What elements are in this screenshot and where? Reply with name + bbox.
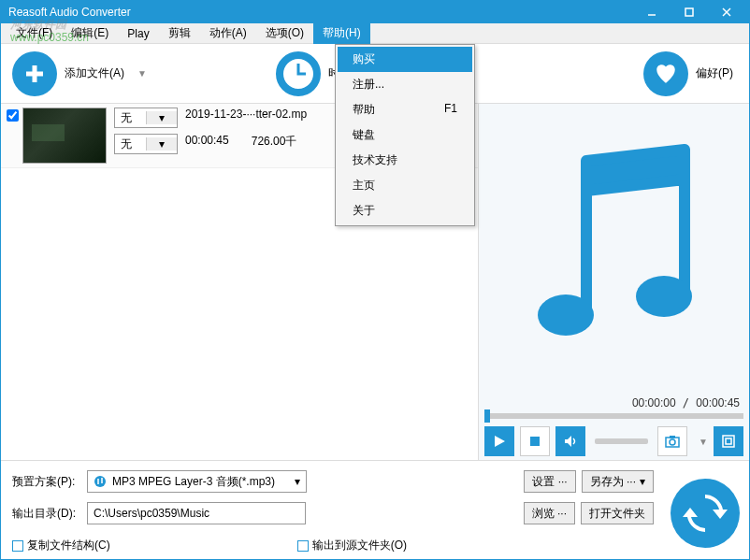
- preferences-button[interactable]: 偏好(P): [643, 51, 733, 96]
- preview-area: [479, 104, 749, 395]
- svg-point-10: [670, 439, 675, 445]
- file-name: 2019-11-23-···tter-02.mp: [185, 108, 307, 121]
- preset-label: 预置方案(P):: [12, 474, 81, 490]
- file-size: 726.00千: [252, 134, 297, 150]
- svg-rect-1: [685, 8, 693, 16]
- plus-icon: [12, 51, 57, 96]
- chevron-down-icon: ▾: [295, 475, 300, 488]
- svg-rect-12: [723, 436, 734, 447]
- menu-play[interactable]: Play: [118, 24, 158, 43]
- help-help[interactable]: 帮助F1: [338, 97, 472, 122]
- help-support[interactable]: 技术支持: [338, 148, 472, 173]
- add-file-button[interactable]: 添加文件(A) ▼: [12, 51, 147, 96]
- output-source-checkbox[interactable]: 输出到源文件夹(O): [297, 538, 407, 553]
- minimize-button[interactable]: [633, 3, 671, 22]
- titlebar: Reasoft Audio Converter: [1, 1, 749, 23]
- combo-2[interactable]: 无▾: [114, 134, 178, 154]
- checkbox-icon: [12, 540, 23, 552]
- preset-row: 预置方案(P): MP3 MPEG Layer-3 音频(*.mp3) ▾ 设置…: [12, 470, 738, 493]
- menu-edit[interactable]: 编辑(E): [62, 22, 118, 44]
- play-button[interactable]: [484, 426, 514, 456]
- preferences-label: 偏好(P): [696, 65, 733, 81]
- help-register[interactable]: 注册...: [338, 72, 472, 97]
- player-controls: ▼: [479, 423, 749, 460]
- window-title: Reasoft Audio Converter: [5, 6, 633, 19]
- file-thumbnail: [22, 108, 107, 164]
- chevron-down-icon: ▼: [137, 68, 147, 79]
- time-button[interactable]: 时: [276, 51, 339, 96]
- settings-button[interactable]: 设置 ···: [524, 470, 575, 493]
- help-buy[interactable]: 购买: [338, 47, 472, 72]
- close-button[interactable]: [708, 3, 745, 22]
- combo-1[interactable]: 无▾: [114, 108, 178, 128]
- volume-button[interactable]: [555, 426, 585, 456]
- heart-icon: [643, 51, 688, 96]
- menu-clip[interactable]: 剪辑: [159, 22, 200, 44]
- file-duration: 00:00:45: [185, 134, 229, 150]
- help-home[interactable]: 主页: [338, 173, 472, 198]
- svg-point-14: [94, 476, 106, 487]
- sync-icon: [683, 491, 728, 536]
- audio-icon: [94, 475, 107, 488]
- help-dropdown: 购买 注册... 帮助F1 键盘 技术支持 主页 关于: [335, 44, 475, 226]
- add-file-label: 添加文件(A): [65, 65, 124, 81]
- help-keyboard[interactable]: 键盘: [338, 122, 472, 148]
- clock-icon: [276, 51, 321, 96]
- svg-rect-8: [530, 437, 540, 446]
- saveas-button[interactable]: 另存为 ···▾: [582, 470, 654, 493]
- preview-panel: 00:00:00 / 00:00:45 ▼: [478, 104, 749, 460]
- chevron-down-icon[interactable]: ▼: [699, 437, 708, 447]
- chevron-down-icon: ▾: [146, 137, 178, 151]
- preset-select[interactable]: MP3 MPEG Layer-3 音频(*.mp3) ▾: [87, 470, 307, 493]
- snapshot-button[interactable]: [657, 426, 687, 456]
- svg-point-7: [636, 276, 692, 317]
- bottom-panel: 预置方案(P): MP3 MPEG Layer-3 音频(*.mp3) ▾ 设置…: [1, 461, 749, 559]
- convert-button[interactable]: [671, 479, 740, 548]
- seek-knob[interactable]: [484, 409, 490, 423]
- chevron-down-icon: ▾: [146, 111, 178, 124]
- help-about[interactable]: 关于: [338, 198, 472, 223]
- outdir-row: 输出目录(D): C:\Users\pc0359\Music 浏览 ··· 打开…: [12, 502, 738, 524]
- app-window: Reasoft Audio Converter 文件(F) 编辑(E) Play…: [0, 0, 750, 560]
- svg-rect-11: [670, 436, 675, 438]
- music-note-icon: [521, 142, 708, 357]
- menubar: 文件(F) 编辑(E) Play 剪辑 动作(A) 选项(O) 帮助(H): [1, 23, 749, 44]
- file-meta: 2019-11-23-···tter-02.mp 00:00:45 726.00…: [185, 108, 307, 150]
- svg-rect-13: [726, 438, 731, 444]
- chevron-down-icon: ▾: [640, 475, 645, 488]
- stop-button[interactable]: [520, 426, 550, 456]
- svg-point-6: [538, 294, 594, 336]
- outdir-label: 输出目录(D):: [12, 506, 81, 522]
- time-display: 00:00:00 / 00:00:45: [479, 395, 749, 411]
- browse-button[interactable]: 浏览 ···: [524, 502, 575, 524]
- menu-action[interactable]: 动作(A): [200, 22, 256, 44]
- menu-help[interactable]: 帮助(H): [313, 22, 370, 44]
- volume-slider[interactable]: [595, 438, 648, 444]
- copy-structure-checkbox[interactable]: 复制文件结构(C): [12, 538, 110, 553]
- menu-options[interactable]: 选项(O): [256, 22, 313, 44]
- file-checkbox[interactable]: [7, 109, 19, 122]
- menu-file[interactable]: 文件(F): [7, 22, 62, 44]
- fullscreen-button[interactable]: [714, 426, 743, 456]
- checkbox-row: 复制文件结构(C) 输出到源文件夹(O): [12, 538, 738, 553]
- seek-bar[interactable]: [484, 413, 743, 419]
- checkbox-icon: [297, 540, 309, 552]
- maximize-button[interactable]: [671, 3, 708, 22]
- open-folder-button[interactable]: 打开文件夹: [581, 502, 654, 524]
- outdir-input[interactable]: C:\Users\pc0359\Music: [87, 502, 306, 524]
